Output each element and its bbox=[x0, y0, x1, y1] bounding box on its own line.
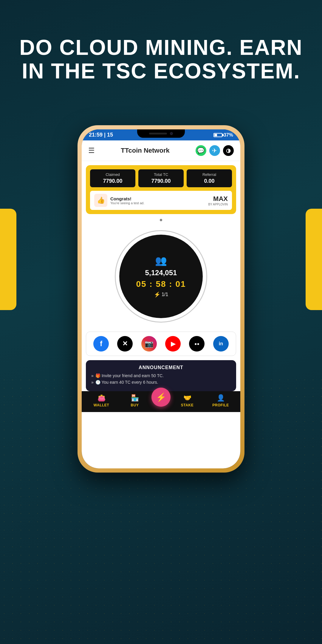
app-title: TTcoin Network bbox=[121, 147, 169, 154]
app-header: ☰ TTcoin Network 💬 ✈ ◑ bbox=[82, 140, 240, 161]
battery-fill bbox=[214, 134, 217, 136]
hero-text: DO CLOUD MINING. EARN IN THE TSC ECOSYST… bbox=[18, 36, 304, 83]
phone-wrapper: 21:59 | 15 37% ☰ TTcoin Netw bbox=[78, 125, 244, 473]
ann-arrow-1: » bbox=[91, 373, 94, 378]
ad-logo-max: MAX bbox=[208, 195, 228, 203]
circle-outer[interactable]: 👥 5,124,051 05 : 58 : 01 ⚡ 1/1 bbox=[115, 230, 207, 323]
ad-logo: MAX BY APPLOVIN bbox=[208, 195, 228, 206]
mining-boost: ⚡ 1/1 bbox=[154, 291, 168, 298]
bottom-nav: 👛 WALLET 🏪 BUY ⚡ 🤝 STAKE 👤 PROFILE bbox=[82, 391, 240, 412]
claimed-label: Claimed bbox=[92, 172, 133, 177]
status-time: 21:59 | 15 bbox=[89, 132, 113, 138]
users-icon: 👥 bbox=[155, 255, 167, 266]
ad-thumb: 👍 bbox=[94, 194, 107, 207]
ann-text-2: 🕐 You earn 40 TC every 6 hours. bbox=[95, 380, 158, 385]
claimed-value: 7790.00 bbox=[92, 178, 133, 184]
nav-buy[interactable]: 🏪 BUY bbox=[118, 394, 151, 407]
referral-value: 0.00 bbox=[189, 178, 230, 184]
hero-line1: DO CLOUD MINING. EARN bbox=[18, 36, 304, 59]
battery-icon bbox=[213, 133, 222, 137]
linkedin-icon[interactable]: in bbox=[213, 336, 229, 352]
nav-profile[interactable]: 👤 PROFILE bbox=[204, 394, 237, 407]
mining-timer: 05 : 58 : 01 bbox=[136, 279, 186, 289]
notch bbox=[137, 129, 185, 138]
stat-total-tc: Total TC 7790.00 bbox=[138, 169, 184, 187]
profile-label: PROFILE bbox=[212, 403, 229, 407]
ad-congrats: Congrats! bbox=[110, 196, 144, 201]
ad-text: Congrats! You're seeing a test ad. bbox=[110, 196, 144, 205]
ttcoin-icon[interactable]: ◑ bbox=[223, 145, 234, 156]
telegram-icon[interactable]: ✈ bbox=[209, 145, 220, 156]
profile-icon: 👤 bbox=[217, 394, 225, 402]
nav-stake[interactable]: 🤝 STAKE bbox=[171, 394, 204, 407]
mining-count: 5,124,051 bbox=[145, 269, 177, 277]
header-icons: 💬 ✈ ◑ bbox=[196, 145, 234, 156]
phone-outer: 21:59 | 15 37% ☰ TTcoin Netw bbox=[78, 125, 244, 473]
buy-label: BUY bbox=[131, 403, 139, 407]
announcement-box: ANNOUNCEMENT » 🎁 Invite your friend and … bbox=[86, 360, 236, 391]
hero-line2: IN THE TSC ECOSYSTEM. bbox=[18, 59, 304, 83]
side-bar-left bbox=[0, 209, 16, 310]
circle-inner: 👥 5,124,051 05 : 58 : 01 ⚡ 1/1 bbox=[119, 235, 203, 318]
lightning-icon: ⚡ bbox=[154, 291, 160, 298]
x-icon[interactable]: ✕ bbox=[117, 336, 133, 352]
wallet-label: WALLET bbox=[94, 403, 109, 407]
youtube-icon[interactable]: ▶ bbox=[165, 336, 181, 352]
announcement-item-2: » 🕐 You earn 40 TC every 6 hours. bbox=[91, 380, 231, 385]
announcement-title: ANNOUNCEMENT bbox=[91, 365, 231, 370]
ann-text-1: 🎁 Invite your friend and earn 50 TC. bbox=[95, 373, 164, 378]
side-bar-right bbox=[306, 209, 322, 310]
stats-bar: Claimed 7790.00 Total TC 7790.00 Referra… bbox=[86, 165, 236, 214]
total-tc-value: 7790.00 bbox=[141, 178, 181, 184]
ad-logo-by: BY APPLOVIN bbox=[208, 203, 228, 206]
total-tc-label: Total TC bbox=[141, 172, 181, 177]
status-bar: 21:59 | 15 37% bbox=[82, 129, 240, 140]
stat-referral: Referral 0.00 bbox=[187, 169, 232, 187]
stake-label: STAKE bbox=[181, 403, 193, 407]
nav-wallet[interactable]: 👛 WALLET bbox=[85, 394, 118, 407]
wallet-icon: 👛 bbox=[97, 394, 106, 402]
facebook-icon[interactable]: f bbox=[93, 336, 109, 352]
stats-row: Claimed 7790.00 Total TC 7790.00 Referra… bbox=[90, 169, 232, 187]
mining-section: 👥 5,124,051 05 : 58 : 01 ⚡ 1/1 bbox=[82, 224, 240, 332]
social-bar: f ✕ 📷 ▶ ●● in bbox=[86, 332, 236, 356]
status-battery: 37% bbox=[213, 132, 233, 138]
battery-pct: 37% bbox=[224, 132, 233, 138]
ad-sub: You're seeing a test ad. bbox=[110, 201, 144, 205]
menu-icon[interactable]: ☰ bbox=[88, 146, 95, 155]
stat-claimed: Claimed 7790.00 bbox=[90, 169, 135, 187]
stake-icon: 🤝 bbox=[183, 394, 191, 402]
ad-left: 👍 Congrats! You're seeing a test ad. bbox=[94, 194, 144, 207]
center-boost-button[interactable]: ⚡ bbox=[151, 388, 171, 407]
whatsapp-icon[interactable]: 💬 bbox=[196, 145, 206, 156]
ad-banner[interactable]: 👍 Congrats! You're seeing a test ad. MAX… bbox=[90, 191, 232, 210]
referral-label: Referral bbox=[189, 172, 230, 177]
dot-indicator bbox=[160, 219, 162, 221]
buy-icon: 🏪 bbox=[131, 394, 139, 402]
phone-inner: 21:59 | 15 37% ☰ TTcoin Netw bbox=[82, 129, 240, 468]
ann-arrow-2: » bbox=[91, 380, 94, 385]
slider-dot bbox=[82, 214, 240, 224]
boost-value: 1/1 bbox=[162, 292, 168, 297]
app-screen: ☰ TTcoin Network 💬 ✈ ◑ Claimed 7790.00 bbox=[82, 140, 240, 468]
medium-icon[interactable]: ●● bbox=[189, 336, 205, 352]
notch-speaker bbox=[149, 133, 167, 134]
instagram-icon[interactable]: 📷 bbox=[141, 336, 157, 352]
announcement-item-1: » 🎁 Invite your friend and earn 50 TC. bbox=[91, 373, 231, 378]
notch-camera bbox=[170, 132, 173, 135]
